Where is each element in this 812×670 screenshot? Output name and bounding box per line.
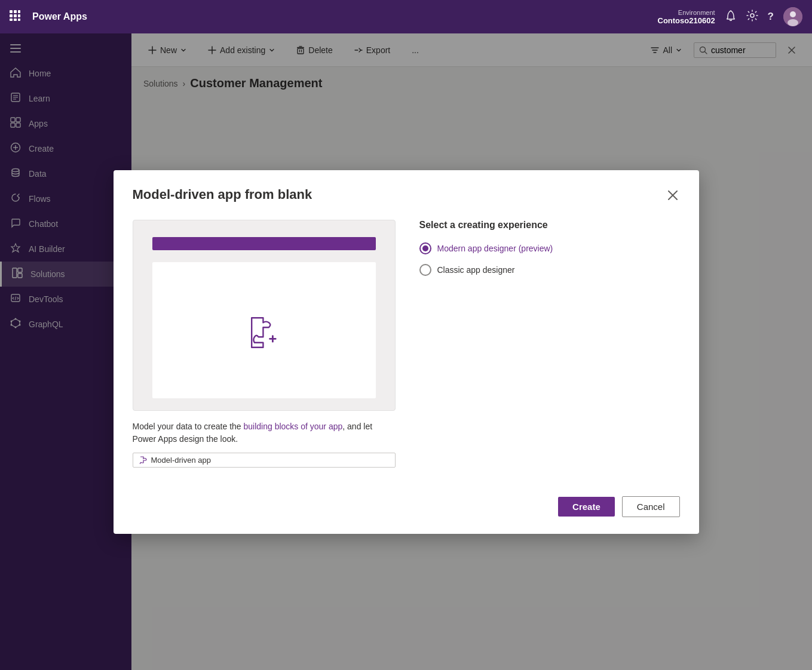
dialog-close-icon xyxy=(668,190,678,200)
svg-rect-3 xyxy=(10,14,13,17)
modern-designer-option[interactable]: Modern app designer (preview) xyxy=(419,242,680,254)
preview-title-bar xyxy=(152,237,376,250)
preview-puzzle-icon xyxy=(245,311,283,349)
create-button[interactable]: Create xyxy=(558,497,615,517)
svg-rect-4 xyxy=(14,14,17,17)
experience-section-label: Select a creating experience xyxy=(419,220,680,230)
classic-designer-radio[interactable] xyxy=(419,264,431,276)
classic-designer-option[interactable]: Classic app designer xyxy=(419,264,680,276)
dialog-body: Model your data to create the building b… xyxy=(133,220,680,468)
dialog-tag-label: Model-driven app xyxy=(151,456,211,465)
modern-designer-label: Modern app designer (preview) xyxy=(437,244,553,253)
grid-icon[interactable] xyxy=(10,10,20,24)
dialog: Model-driven app from blank xyxy=(114,170,699,534)
dialog-description: Model your data to create the building b… xyxy=(133,420,396,445)
svg-rect-1 xyxy=(14,10,17,13)
environment-label: Environment xyxy=(678,9,715,16)
svg-point-12 xyxy=(788,19,798,26)
cancel-button[interactable]: Cancel xyxy=(622,496,680,517)
settings-icon[interactable] xyxy=(746,10,758,24)
svg-point-11 xyxy=(790,11,796,17)
dialog-app-type-tag[interactable]: Model-driven app xyxy=(133,453,396,468)
modern-designer-radio[interactable] xyxy=(419,242,431,254)
svg-rect-2 xyxy=(18,10,20,13)
top-nav-right: Environment Contoso210602 ? xyxy=(658,7,802,26)
classic-designer-label: Classic app designer xyxy=(437,265,515,275)
svg-rect-7 xyxy=(14,19,17,21)
preview-content-area xyxy=(152,262,376,398)
modal-overlay: Model-driven app from blank xyxy=(0,33,812,670)
tag-puzzle-icon xyxy=(139,456,148,464)
dialog-title: Model-driven app from blank xyxy=(133,187,312,202)
dialog-close-button[interactable] xyxy=(666,187,680,205)
svg-rect-0 xyxy=(10,10,13,13)
notification-icon[interactable] xyxy=(725,10,737,24)
dialog-desc-link[interactable]: building blocks of your app xyxy=(244,422,343,431)
app-preview-image xyxy=(133,220,396,411)
environment-info[interactable]: Environment Contoso210602 xyxy=(658,9,715,25)
dialog-header: Model-driven app from blank xyxy=(133,187,680,205)
help-icon[interactable]: ? xyxy=(768,11,774,23)
environment-name: Contoso210602 xyxy=(658,16,715,25)
dialog-right-panel: Select a creating experience Modern app … xyxy=(419,220,680,468)
top-nav-bar: Power Apps Environment Contoso210602 ? xyxy=(0,0,812,33)
svg-rect-8 xyxy=(18,19,20,21)
svg-rect-5 xyxy=(18,14,20,17)
dialog-footer: Create Cancel xyxy=(133,487,680,517)
user-avatar[interactable] xyxy=(783,7,802,26)
svg-point-9 xyxy=(750,14,754,17)
app-logo: Power Apps xyxy=(32,11,651,22)
dialog-left-panel: Model your data to create the building b… xyxy=(133,220,396,468)
svg-rect-6 xyxy=(10,19,13,21)
